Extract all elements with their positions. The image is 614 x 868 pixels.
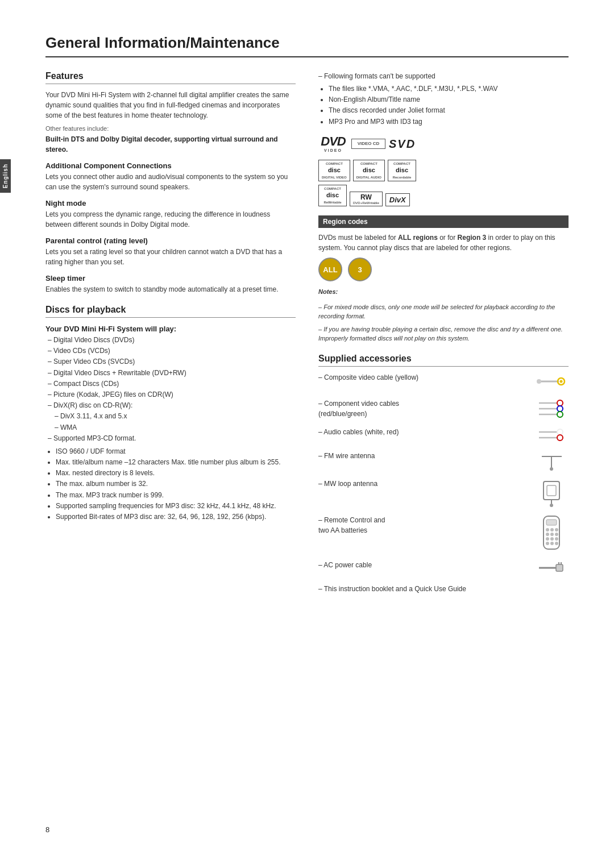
list-item: Max. title/album name –12 characters Max… [56,457,296,468]
features-section: Features Your DVD Mini Hi-Fi System with… [45,71,296,294]
rw-logo: RW DVD+ReWritable [350,192,383,206]
cable-audio-icon [534,427,569,443]
logos-grid: DVD VIDEO VIDEO CD SVD [318,135,569,153]
list-item: Supported Bit-rates of MP3 disc are: 32,… [56,512,296,522]
region-codes-box: Region codes [318,215,569,228]
disc-logos-row2: COMPACT disc ReWritable RW DVD+ReWritabl… [318,185,569,206]
svg-point-27 [550,533,554,536]
svg-point-32 [546,542,549,545]
region-all-icon: ALL [318,258,342,281]
svg-rect-20 [547,485,556,496]
list-item: DivX 3.11, 4.x and 5.x [48,411,296,422]
svg-point-23 [546,528,549,531]
accessory-item: – MW loop antenna [318,479,569,507]
sleep-text: Enables the system to switch to standby … [45,284,296,294]
list-item: Supported MP3-CD format. [48,433,296,444]
svg-point-26 [546,533,549,536]
accessory-item: – Composite video cable (yellow) [318,372,569,391]
svg-point-16 [550,467,553,471]
svg-point-33 [550,542,554,545]
region-text: DVDs must be labeled for ALL regions or … [318,232,569,253]
other-features-label: Other features include: [45,125,296,132]
accessory-item: – Component video cables(red/blue/green) [318,398,569,419]
antenna-mw-icon [534,479,569,507]
accessories-section: Supplied accessories – Composite video c… [318,354,569,594]
features-title: Features [45,71,296,84]
region-icons: ALL 3 [318,258,569,281]
note1: – For mixed mode discs, only one mode wi… [318,302,569,321]
accessory-label: – Component video cables(red/blue/green) [318,398,529,419]
night-mode-heading: Night mode [45,199,296,207]
list-item: Super Video CDs (SVCDs) [48,356,296,367]
discs-section: Discs for playback Your DVD Mini Hi-Fi S… [45,305,296,522]
parental-heading: Parental control (rating level) [45,236,296,245]
cable-yellow-icon [534,372,569,391]
accessory-item: – AC power cable [318,560,569,576]
svg-point-29 [546,537,549,541]
list-item: ISO 9660 / UDF format [56,446,296,457]
col-right: – Following formats can't be supported T… [318,71,569,602]
accessory-item: – This instruction booklet and a Quick U… [318,584,569,594]
sleep-heading: Sleep timer [45,274,296,283]
list-item: The max. album number is 32. [56,479,296,489]
svg-point-24 [550,528,554,531]
parental-text: Lets you set a rating level so that your… [45,247,296,267]
page-title: General Information/Maintenance [45,34,569,57]
accessory-label: – Remote Control andtwo AA batteries [318,515,529,535]
list-item: Supported sampling frequencies for MP3 d… [56,501,296,512]
cd-digital-video-logo: COMPACT disc DIGITAL VIDEO [318,160,350,181]
page-container: English General Information/Maintenance … [0,0,614,868]
video-cd-logo: VIDEO CD [351,139,385,149]
list-item: WMA [48,422,296,433]
discs-title: Discs for playback [45,305,296,318]
accessories-title: Supplied accessories [318,354,569,367]
svg-point-19 [550,504,553,507]
dash-list: Digital Video Discs (DVDs) Video CDs (VC… [48,335,296,444]
page-number: 8 [45,825,49,834]
svg-rect-22 [546,520,557,525]
list-item: DivX(R) disc on CD-R(W): [48,400,296,411]
accessory-label: – MW loop antenna [318,479,529,489]
svg-point-9 [557,412,563,417]
additional-heading: Additional Component Connections [45,161,296,170]
list-item: Digital Video Discs + Rewritable (DVD+RW… [48,368,296,379]
accessory-label: – Composite video cable (yellow) [318,372,529,383]
accessory-item: – Remote Control andtwo AA batteries [318,515,569,552]
svg-point-13 [557,435,563,441]
region-codes-section: Region codes DVDs must be labeled for AL… [318,215,569,343]
svg-point-2 [559,380,562,383]
list-item: Compact Discs (CDs) [48,379,296,389]
cd-recordable-logo: COMPACT disc Recordable [388,160,416,181]
list-item: MP3 Pro and MP3 with ID3 tag [329,117,569,127]
english-tab: English [0,159,11,193]
ac-cable-icon [534,560,569,576]
svg-point-25 [555,528,558,531]
your-system-heading: Your DVD Mini Hi-Fi System will play: [45,325,296,333]
antenna-fm-icon [534,451,569,471]
additional-text: Lets you connect other audio and audio/v… [45,172,296,192]
list-item: The discs recorded under Joliet format [329,105,569,116]
accessory-label: – This instruction booklet and a Quick U… [318,584,569,594]
unsupported-list: The files like *.VMA, *.AAC, *.DLF, *.M3… [329,84,569,127]
two-col-layout: Features Your DVD Mini Hi-Fi System with… [45,71,569,602]
disc-logos-row: COMPACT disc DIGITAL VIDEO COMPACT disc … [318,160,569,181]
accessory-label: – FM wire antenna [318,451,529,461]
region-3-icon: 3 [348,258,372,281]
features-intro: Your DVD Mini Hi-Fi System with 2-channe… [45,90,296,121]
accessory-item: – Audio cables (white, red) [318,427,569,443]
list-item: The files like *.VMA, *.AAC, *.DLF, *.M3… [329,84,569,94]
svg-rect-36 [556,564,563,571]
svg-point-5 [557,400,563,406]
note2: – If you are having trouble playing a ce… [318,325,569,343]
accessory-item: – FM wire antenna [318,451,569,471]
svg-point-31 [555,537,558,541]
divx-logo: DivX [385,193,410,206]
cd-digital-audio-logo: COMPACT disc DIGITAL AUDIO [353,160,385,181]
svg-point-7 [557,406,563,412]
svg-point-28 [555,533,558,536]
list-item: Non-English Album/Title name [329,94,569,105]
cable-rgb-icon [534,398,569,419]
accessory-label: – AC power cable [318,560,529,570]
list-item: Video CDs (VCDs) [48,346,296,356]
svg-point-11 [557,429,563,435]
